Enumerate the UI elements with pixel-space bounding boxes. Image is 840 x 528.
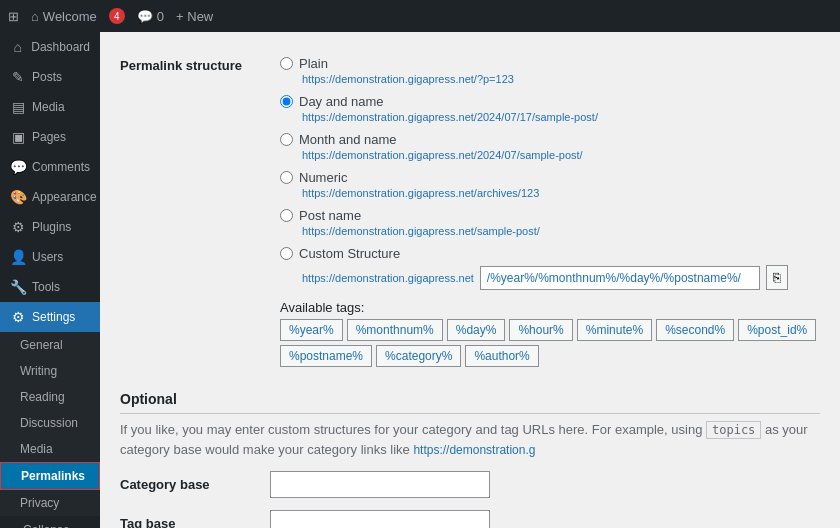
tag-day[interactable]: %day% [447,319,506,341]
custom-structure-row: https://demonstration.gigapress.net ⎘ [302,265,820,290]
sidebar-item-posts[interactable]: ✎ Posts [0,62,100,92]
sidebar: ⌂ Dashboard ✎ Posts ▤ Media ▣ Pages 💬 Co… [0,32,100,528]
tag-hour[interactable]: %hour% [509,319,572,341]
sidebar-item-comments[interactable]: 💬 Comments [0,152,100,182]
submenu-reading[interactable]: Reading [0,384,100,410]
tag-year[interactable]: %year% [280,319,343,341]
option-custom: Custom Structure https://demonstration.g… [280,246,820,290]
sidebar-item-settings[interactable]: ⚙ Settings [0,302,100,332]
radio-custom[interactable] [280,247,293,260]
sidebar-item-pages[interactable]: ▣ Pages [0,122,100,152]
submenu-permalinks[interactable]: Permalinks [0,462,100,490]
sidebar-item-media[interactable]: ▤ Media [0,92,100,122]
sidebar-item-plugins[interactable]: ⚙ Plugins [0,212,100,242]
tag-second[interactable]: %second% [656,319,734,341]
appearance-icon: 🎨 [10,189,26,205]
submenu-media[interactable]: Media [0,436,100,462]
sidebar-item-dashboard[interactable]: ⌂ Dashboard [0,32,100,62]
tags-list: %year% %monthnum% %day% %hour% %minute% … [280,319,820,367]
submenu-general[interactable]: General [0,332,100,358]
option-post-name: Post name https://demonstration.gigapres… [280,208,820,238]
tag-base-row: Tag base [120,510,820,528]
label-day-name[interactable]: Day and name [280,94,820,109]
label-month-name[interactable]: Month and name [280,132,820,147]
home-icon: ⌂ [31,9,39,24]
url-plain: https://demonstration.gigapress.net/?p=1… [302,72,820,86]
option-plain: Plain https://demonstration.gigapress.ne… [280,56,820,86]
url-month-name: https://demonstration.gigapress.net/2024… [302,148,820,162]
sidebar-item-tools[interactable]: 🔧 Tools [0,272,100,302]
plugins-icon: ⚙ [10,219,26,235]
radio-post-name[interactable] [280,209,293,222]
collapse-menu-button[interactable]: ◀ Collapse menu [0,516,100,528]
radio-numeric[interactable] [280,171,293,184]
permalink-options: Plain https://demonstration.gigapress.ne… [280,56,820,294]
category-base-input[interactable] [270,471,490,498]
tools-icon: 🔧 [10,279,26,295]
category-base-row: Category base [120,471,820,498]
option-month-name: Month and name https://demonstration.gig… [280,132,820,162]
sidebar-item-appearance[interactable]: 🎨 Appearance [0,182,100,212]
settings-icon: ⚙ [10,309,26,325]
label-custom[interactable]: Custom Structure [280,246,820,261]
available-tags-label: Available tags: [280,300,820,315]
submenu-writing[interactable]: Writing [0,358,100,384]
label-post-name[interactable]: Post name [280,208,820,223]
comments-link[interactable]: 💬 0 [137,9,164,24]
dashboard-icon: ⌂ [10,39,25,55]
url-post-name: https://demonstration.gigapress.net/samp… [302,224,820,238]
media-icon: ▤ [10,99,26,115]
tag-base-input[interactable] [270,510,490,528]
tag-author[interactable]: %author% [465,345,538,367]
pages-icon: ▣ [10,129,26,145]
wp-icon[interactable]: ⊞ [8,9,19,24]
permalink-structure-table: Permalink structure Plain https://demons… [120,48,820,375]
tag-base-label: Tag base [120,516,260,528]
optional-desc: If you like, you may enter custom struct… [120,420,820,459]
sidebar-item-users[interactable]: 👤 Users [0,242,100,272]
radio-plain[interactable] [280,57,293,70]
users-icon: 👤 [10,249,26,265]
option-numeric: Numeric https://demonstration.gigapress.… [280,170,820,200]
posts-icon: ✎ [10,69,26,85]
url-numeric: https://demonstration.gigapress.net/arch… [302,186,820,200]
radio-month-name[interactable] [280,133,293,146]
main-content: Permalink structure Plain https://demons… [100,32,840,528]
custom-base-url: https://demonstration.gigapress.net [302,271,474,285]
tag-postname[interactable]: %postname% [280,345,372,367]
optional-section: Optional If you like, you may enter cust… [120,391,820,528]
radio-day-name[interactable] [280,95,293,108]
custom-structure-copy-button[interactable]: ⎘ [766,265,788,290]
inline-url-example: https://demonstration.g [413,443,535,457]
settings-submenu: General Writing Reading Discussion Media… [0,332,100,516]
tag-minute[interactable]: %minute% [577,319,652,341]
submenu-privacy[interactable]: Privacy [0,490,100,516]
comment-icon: 💬 [137,9,153,24]
available-tags-section: Available tags: %year% %monthnum% %day% … [280,300,820,367]
tag-monthnum[interactable]: %monthnum% [347,319,443,341]
updates-badge[interactable]: 4 [109,8,125,24]
inline-code-topics: topics [706,421,761,439]
optional-section-title: Optional [120,391,820,414]
label-numeric[interactable]: Numeric [280,170,820,185]
topbar: ⊞ ⌂ Welcome 4 💬 0 + New [0,0,840,32]
tag-post-id[interactable]: %post_id% [738,319,816,341]
comments-icon: 💬 [10,159,26,175]
custom-structure-input[interactable] [480,266,760,290]
option-day-name: Day and name https://demonstration.gigap… [280,94,820,124]
category-base-label: Category base [120,477,260,492]
submenu-discussion[interactable]: Discussion [0,410,100,436]
wp-logo-icon: ⊞ [8,9,19,24]
tag-category[interactable]: %category% [376,345,461,367]
permalink-structure-label: Permalink structure [120,48,280,375]
new-content-link[interactable]: + New [176,9,213,24]
url-day-name: https://demonstration.gigapress.net/2024… [302,110,820,124]
site-name-link[interactable]: ⌂ Welcome [31,9,97,24]
label-plain[interactable]: Plain [280,56,820,71]
